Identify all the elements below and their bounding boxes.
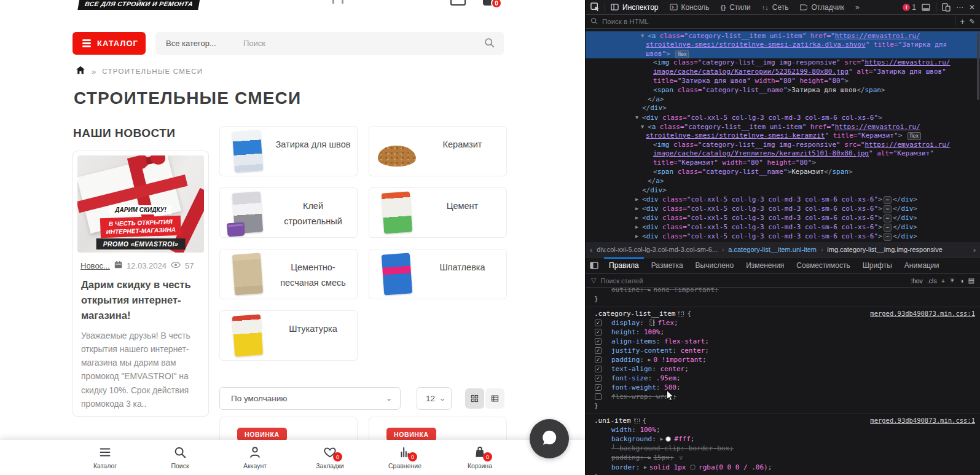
nav-item-wishlist[interactable]: 0 Закладки xyxy=(292,440,367,475)
declaration-checkbox[interactable]: ✓ xyxy=(595,320,602,326)
more-tabs-chevron[interactable]: » xyxy=(850,0,865,14)
nav-item-cart[interactable]: 0 Корзина xyxy=(442,440,517,475)
sort-select[interactable]: По умолчанию ⌄ xyxy=(219,387,401,410)
breadcrumb-node-a[interactable]: a.category-list__item.uni-item xyxy=(728,246,817,253)
tab-rules[interactable]: Правила xyxy=(603,257,645,273)
catalog-button[interactable]: КАТАЛОГ xyxy=(73,32,146,55)
markup-line[interactable]: image/cache/catalog/Утеплитель/keramzit5… xyxy=(586,149,980,159)
breadcrumb-node-div[interactable]: div.col-xxl-5.col-lg-3.col-md-3.col-sm-6… xyxy=(597,246,718,253)
nav-item-catalog[interactable]: Каталог xyxy=(68,440,143,475)
markup-line[interactable]: ▶<div class="col-xxl-5 col-lg-3 col-md-3… xyxy=(586,213,980,222)
stylesheet-link[interactable]: merged.93db490873.min.css:1 xyxy=(870,309,975,318)
declaration-checkbox[interactable]: ✓ xyxy=(595,384,602,391)
light-scheme-icon[interactable]: ☀ xyxy=(949,277,955,285)
search-category-dropdown[interactable]: Все категор... xyxy=(155,39,232,48)
nav-item-search[interactable]: Поиск xyxy=(143,440,218,475)
class-toggle[interactable]: .cls xyxy=(927,277,937,285)
category-card-keramzit[interactable]: Керамзит xyxy=(369,126,507,176)
css-declaration[interactable]: flex-wrap: wrap; xyxy=(586,392,980,401)
color-swatch[interactable] xyxy=(665,436,671,442)
tab-fonts[interactable]: Шрифты xyxy=(857,257,898,273)
declaration-checkbox[interactable] xyxy=(595,393,602,400)
css-declaration[interactable]: ✓font-weight: 500; xyxy=(586,383,980,392)
declaration-checkbox[interactable]: ✓ xyxy=(595,375,602,382)
selector-highlighter-icon[interactable] xyxy=(634,418,640,423)
markup-line[interactable]: ▼<a class="category-list__item uni-item"… xyxy=(586,31,980,41)
markup-line[interactable]: ▼<div class="col-xxl-5 col-lg-3 col-md-3… xyxy=(586,113,980,122)
css-declaration[interactable]: ✓font-size: .95em; xyxy=(586,374,980,383)
tab-network[interactable]: ↑↓ Сеть xyxy=(756,0,794,14)
css-declaration[interactable]: ✓justify-content: center; xyxy=(586,346,980,355)
list-view-button[interactable] xyxy=(485,388,504,409)
markup-line[interactable]: stroitelnye-smesi/stroitelnye-smesi-zati… xyxy=(586,41,980,50)
markup-line[interactable]: title="Затирка для швов" width="80" heig… xyxy=(586,77,980,86)
stylesheet-link[interactable]: merged.93db490873.min.css:1 xyxy=(870,416,975,425)
markup-line[interactable]: <span class="category-list__name">Керамз… xyxy=(586,168,980,177)
markup-line[interactable]: швов"> flex xyxy=(586,50,980,59)
dark-scheme-icon[interactable]: ◑ xyxy=(960,277,964,285)
sidebar-toggle-icon[interactable] xyxy=(586,262,603,269)
tab-layout[interactable]: Разметка xyxy=(645,257,689,273)
markup-line[interactable]: title="Керамзит" width="80" height="80"> xyxy=(586,159,980,168)
markup-line[interactable]: </a> xyxy=(586,177,980,186)
markup-line[interactable]: </div> xyxy=(586,104,980,113)
rule-selector[interactable]: .uni-item xyxy=(594,416,631,425)
css-declaration[interactable]: ✓align-items: flex-start; xyxy=(586,337,980,346)
markup-line[interactable]: ▼<a class="category-list__item uni-item"… xyxy=(586,122,980,132)
category-card-cps[interactable]: Цементно-песчаная смесь xyxy=(219,249,358,299)
category-card-kley[interactable]: Клей строительный xyxy=(219,187,358,238)
add-rule-icon[interactable]: + xyxy=(941,277,945,285)
meatball-menu-icon[interactable]: ⋯ xyxy=(956,3,963,12)
css-declaration[interactable]: └ background-clip: border-box; xyxy=(586,444,980,453)
markup-line[interactable]: ▶<div class="col-xxl-5 col-lg-3 col-md-3… xyxy=(586,232,980,241)
color-swatch[interactable] xyxy=(690,465,696,470)
css-declaration[interactable]: ✓padding: ▶0 !important; xyxy=(586,355,980,364)
markup-line[interactable]: <img class="category-list__img img-respo… xyxy=(586,141,980,150)
category-card-shtukaturka[interactable]: Штукатурка xyxy=(219,310,358,361)
declaration-checkbox[interactable]: ✓ xyxy=(595,356,602,363)
eyedropper-icon[interactable]: ✎ xyxy=(969,17,975,26)
print-media-icon[interactable]: ▤ xyxy=(968,277,974,285)
search-input[interactable]: Поиск xyxy=(232,39,484,48)
declaration-checkbox[interactable]: ✓ xyxy=(595,329,602,336)
selector-highlighter-icon[interactable] xyxy=(678,311,684,316)
create-node-icon[interactable]: + xyxy=(960,17,965,26)
flex-highlighter-icon[interactable] xyxy=(649,320,655,326)
news-card[interactable]: ДАРИМ СКИДКУ! В ЧЕСТЬ ОТКРЫТИЯ ИНТЕРНЕТ-… xyxy=(73,151,209,417)
overridden-filter-icon[interactable]: ▽ xyxy=(680,453,683,463)
scrollbar-thumb[interactable] xyxy=(977,33,979,100)
grid-view-button[interactable] xyxy=(465,388,484,409)
breadcrumb-node-img[interactable]: img.category-list__img.img-responsive xyxy=(827,246,943,253)
markup-line[interactable]: ▶<div class="col-xxl-5 col-lg-3 col-md-3… xyxy=(586,204,980,213)
css-declaration[interactable]: outline: ▶none !important; xyxy=(586,288,980,294)
breadcrumb-scroll-left-icon[interactable]: ‹ xyxy=(590,245,592,254)
css-declaration[interactable]: background: ▶#fff; xyxy=(586,434,980,444)
declaration-checkbox[interactable]: ✓ xyxy=(595,347,602,354)
limit-select[interactable]: 12 ⌄ xyxy=(417,387,452,410)
monitor-icon[interactable] xyxy=(450,0,466,6)
product-card[interactable]: НОВИНКА xyxy=(219,417,358,440)
news-category-link[interactable]: Новос... xyxy=(80,261,110,270)
site-logo[interactable]: ВСЕ ДЛЯ СТРОЙКИ И РЕМОНТА xyxy=(77,0,200,10)
declaration-checkbox[interactable]: ✓ xyxy=(595,338,602,345)
markup-line[interactable]: stroitelnye-smesi/stroitelnye-smesi-kera… xyxy=(586,132,980,141)
news-title[interactable]: Дарим скидку в честь открытия интернет-м… xyxy=(77,270,204,323)
css-declaration[interactable]: ✓display: flex; xyxy=(586,318,980,328)
search-icon[interactable] xyxy=(484,37,495,50)
breadcrumb-scroll-right-icon[interactable]: › xyxy=(973,245,976,254)
nav-item-account[interactable]: Аккаунт xyxy=(218,440,292,475)
chat-widget-button[interactable] xyxy=(530,419,569,458)
tab-console[interactable]: Консоль xyxy=(664,0,715,14)
close-devtools-icon[interactable]: ✕ xyxy=(969,3,975,12)
markup-line[interactable]: <span class="category-list__name">Затирк… xyxy=(586,86,980,95)
tab-animations[interactable]: Анимации xyxy=(898,257,946,273)
split-console-icon[interactable] xyxy=(922,3,930,12)
markup-line[interactable]: </a> xyxy=(586,95,980,104)
tab-computed[interactable]: Вычислено xyxy=(689,257,740,273)
css-declaration[interactable]: width: 100%; xyxy=(586,425,980,434)
css-declaration[interactable]: border: ▶solid 1px rgba(0 0 0 / .06); xyxy=(586,463,980,472)
css-declaration[interactable]: ✓text-align: center; xyxy=(586,364,980,374)
pseudo-class-toggle[interactable]: :hov xyxy=(911,277,923,285)
tab-debugger[interactable]: Отладчик xyxy=(794,0,849,14)
declaration-checkbox[interactable]: ✓ xyxy=(595,366,602,372)
